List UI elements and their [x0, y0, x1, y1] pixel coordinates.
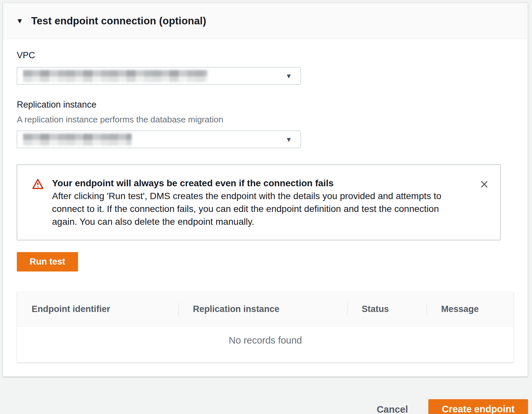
vpc-select[interactable]: ▼ [17, 67, 301, 85]
vpc-field: VPC ▼ [17, 50, 514, 85]
panel-body: VPC ▼ Replication instance A replication… [3, 39, 528, 376]
column-header-status: Status [347, 292, 427, 326]
replication-instance-select[interactable]: ▼ [17, 131, 301, 148]
panel-title: Test endpoint connection (optional) [31, 15, 206, 27]
warning-body: After clicking 'Run test', DMS creates t… [52, 190, 460, 228]
vpc-caret-icon: ▼ [285, 73, 292, 79]
warning-close-button[interactable] [477, 177, 491, 191]
run-test-button[interactable]: Run test [17, 252, 78, 272]
close-icon [480, 180, 489, 189]
column-header-endpoint-identifier: Endpoint identifier [17, 292, 178, 326]
vpc-label: VPC [17, 50, 514, 61]
warning-triangle-icon [32, 178, 43, 190]
replication-instance-description: A replication instance performs the data… [17, 115, 514, 125]
cancel-button[interactable]: Cancel [368, 400, 416, 414]
table-header-row: Endpoint identifier Replication instance… [17, 292, 514, 326]
column-header-replication-instance: Replication instance [178, 292, 347, 326]
footer-action-bar: Cancel Create endpoint [0, 377, 532, 414]
test-endpoint-connection-panel: ▼ Test endpoint connection (optional) VP… [3, 3, 528, 377]
replication-instance-label: Replication instance [17, 100, 514, 110]
replication-instance-caret-icon: ▼ [285, 136, 292, 143]
table-empty-state: No records found [17, 326, 514, 362]
page: ▼ Test endpoint connection (optional) VP… [0, 3, 532, 414]
warning-alert: Your endpoint will always be created eve… [17, 165, 501, 240]
replication-instance-field: Replication instance A replication insta… [17, 100, 514, 148]
column-header-message: Message [427, 292, 514, 326]
replication-instance-redacted-value [23, 134, 132, 145]
warning-title: Your endpoint will always be created eve… [52, 177, 460, 190]
create-endpoint-button[interactable]: Create endpoint [428, 399, 528, 414]
collapse-caret-icon[interactable]: ▼ [16, 17, 23, 25]
warning-content: Your endpoint will always be created eve… [52, 177, 469, 228]
panel-header[interactable]: ▼ Test endpoint connection (optional) [3, 3, 528, 39]
vpc-redacted-value [23, 70, 207, 82]
test-results-table: Endpoint identifier Replication instance… [17, 292, 514, 363]
